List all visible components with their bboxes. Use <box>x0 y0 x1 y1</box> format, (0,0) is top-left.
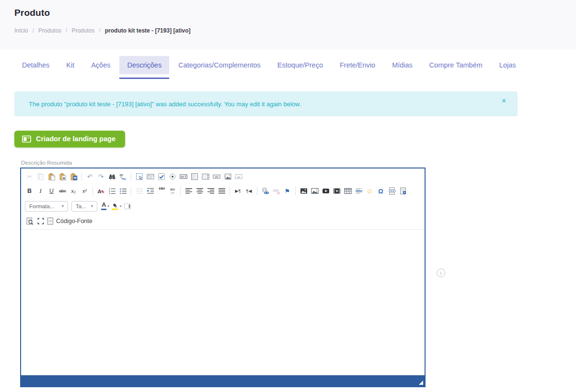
breadcrumb-separator: / <box>33 27 34 34</box>
page-title: Produto <box>14 8 562 18</box>
remove-format-icon[interactable] <box>95 185 106 197</box>
superscript-icon[interactable]: x² <box>79 185 90 197</box>
anchor-icon[interactable]: ⚑ <box>282 185 293 197</box>
tab-acoes[interactable]: Ações <box>83 56 118 74</box>
toolbar-separator <box>295 187 296 195</box>
bulleted-list-icon[interactable] <box>117 185 128 197</box>
breadcrumb-link[interactable]: Produtos <box>38 27 61 34</box>
copy-icon[interactable] <box>35 171 46 182</box>
decrease-indent-icon[interactable] <box>134 185 145 197</box>
unlink-icon[interactable] <box>271 185 282 197</box>
justify-icon[interactable] <box>216 185 227 197</box>
font-size-dropdown[interactable]: Ta...▾ <box>71 201 97 212</box>
text-color-icon[interactable]: A▾ <box>100 201 111 212</box>
textarea-icon[interactable] <box>189 171 200 182</box>
toolbar-separator <box>131 187 131 195</box>
bold-icon[interactable]: B <box>24 185 35 197</box>
tab-estoque-preco[interactable]: Estoque/Preço <box>270 56 331 74</box>
base64-image-icon[interactable] <box>298 185 309 197</box>
landing-page-icon <box>22 135 31 143</box>
tab-frete-envio[interactable]: Frete/Envio <box>332 56 383 74</box>
chevron-down-icon: ▾ <box>62 204 64 208</box>
underline-icon[interactable]: U <box>46 185 57 197</box>
landing-page-button[interactable]: Criador de landing page <box>14 131 125 147</box>
paste-icon[interactable] <box>46 171 57 182</box>
text-field-icon[interactable] <box>178 171 189 182</box>
video-icon[interactable] <box>331 185 342 197</box>
source-button[interactable]: Código-Fonte <box>46 215 93 227</box>
page-header: Produto Início/Produtos/Produtos/produto… <box>0 0 576 49</box>
strikethrough-icon[interactable]: abc <box>57 185 68 197</box>
italic-icon[interactable]: I <box>35 185 46 197</box>
templates-icon[interactable] <box>397 185 408 197</box>
replace-icon[interactable] <box>117 171 128 182</box>
special-char-icon[interactable]: Ω <box>375 185 386 197</box>
editor-content[interactable] <box>21 229 425 375</box>
button-field-icon[interactable] <box>211 171 222 182</box>
show-blocks-icon[interactable] <box>122 201 133 212</box>
tab-detalhes[interactable]: Detalhes <box>14 56 57 74</box>
paste-word-icon[interactable] <box>68 171 79 182</box>
cut-icon[interactable]: ✂ <box>24 171 35 182</box>
form-icon[interactable] <box>145 171 156 182</box>
breadcrumb-separator: / <box>99 27 100 34</box>
select-all-icon[interactable] <box>134 171 145 182</box>
radio-button-icon[interactable] <box>167 171 178 182</box>
checkbox-icon[interactable] <box>156 171 167 182</box>
close-icon[interactable]: × <box>500 96 508 106</box>
subscript-icon[interactable]: x₂ <box>68 185 79 197</box>
editor-bottom-bar <box>21 375 425 386</box>
chevron-down-icon: ▾ <box>120 204 122 208</box>
blockquote-icon[interactable]: ”” <box>156 185 167 197</box>
youtube-icon[interactable] <box>320 185 331 197</box>
tab-descricoes[interactable]: Descrições <box>119 56 169 74</box>
source-button-label: Código-Fonte <box>56 218 92 224</box>
chevron-down-icon: ▾ <box>91 204 93 208</box>
find-icon[interactable] <box>106 171 117 182</box>
align-center-icon[interactable] <box>194 185 205 197</box>
info-icon[interactable]: i <box>437 269 445 277</box>
align-right-icon[interactable] <box>205 185 216 197</box>
select-field-icon[interactable] <box>200 171 211 182</box>
link-icon[interactable] <box>260 185 271 197</box>
undo-icon[interactable]: ↶ <box>84 171 95 182</box>
div-container-icon[interactable] <box>167 185 178 197</box>
align-left-icon[interactable] <box>183 185 194 197</box>
image-icon[interactable] <box>309 185 320 197</box>
tab-compre-tambem[interactable]: Compre Também <box>422 56 490 74</box>
numbered-list-icon[interactable] <box>106 185 117 197</box>
format-dropdown[interactable]: Formata...▾ <box>25 201 68 212</box>
background-color-icon[interactable]: ▾ <box>111 201 122 212</box>
breadcrumb-link[interactable]: Produtos <box>71 27 94 34</box>
breadcrumb-separator: / <box>66 27 67 34</box>
bidi-ltr-icon[interactable]: ▶¶ <box>232 185 243 197</box>
toolbar-separator <box>230 187 230 195</box>
chevron-down-icon: ▾ <box>107 204 109 208</box>
landing-page-label: Criador de landing page <box>36 135 115 143</box>
preview-icon[interactable] <box>24 215 35 227</box>
tab-kit[interactable]: Kit <box>58 56 82 74</box>
horizontal-rule-icon[interactable] <box>353 185 364 197</box>
alert-message: The produto "produto kit teste - [7193] … <box>29 101 301 108</box>
toolbar-row: Código-Fonte <box>24 214 422 228</box>
page-break-icon[interactable] <box>386 185 397 197</box>
product-page: Produto Início/Produtos/Produtos/produto… <box>0 0 576 392</box>
hidden-field-icon[interactable] <box>233 171 244 182</box>
smiley-icon[interactable]: ☺ <box>364 185 375 197</box>
tab-midias[interactable]: Mídias <box>384 56 420 74</box>
info-icon-glyph: i <box>440 270 441 276</box>
resize-handle-icon[interactable] <box>419 381 423 385</box>
redo-icon[interactable]: ↷ <box>95 171 106 182</box>
paste-text-icon[interactable] <box>57 171 68 182</box>
table-icon[interactable] <box>342 185 353 197</box>
tab-categorias-complementos[interactable]: Categorias/Complementos <box>171 56 268 74</box>
toolbar-separator <box>92 187 93 195</box>
breadcrumb-link[interactable]: Início <box>14 27 28 34</box>
editor-toolbar: ✂↶↷BIUabcx₂x²””▶¶¶◀⚑☺ΩFormata...▾Ta...▾A… <box>21 168 425 229</box>
toolbar-row: Formata...▾Ta...▾A▾▾ <box>24 198 422 214</box>
increase-indent-icon[interactable] <box>145 185 156 197</box>
tab-lojas[interactable]: Lojas <box>492 56 524 74</box>
bidi-rtl-icon[interactable]: ¶◀ <box>243 185 254 197</box>
maximize-icon[interactable] <box>35 215 46 227</box>
image-button-icon[interactable] <box>222 171 233 182</box>
